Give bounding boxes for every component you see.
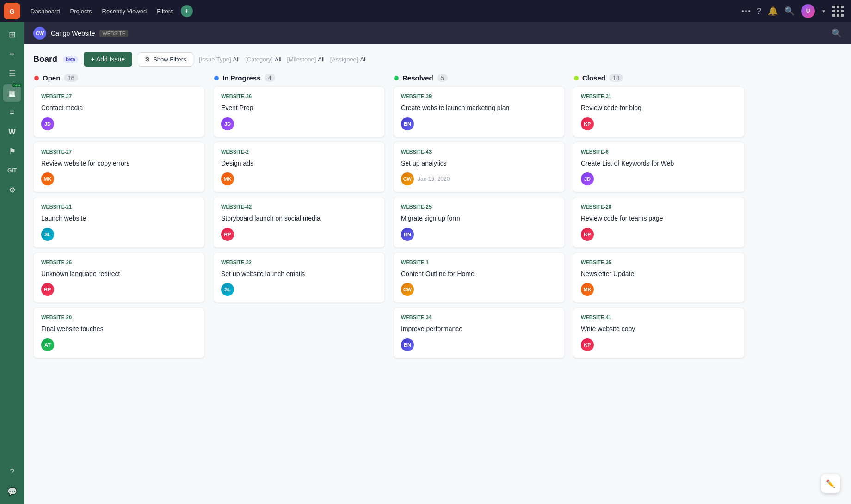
nav-recently-viewed[interactable]: Recently Viewed xyxy=(98,5,152,18)
nav-filters[interactable]: Filters xyxy=(152,5,178,18)
card-website-25[interactable]: WEBSITE-25 Migrate sign up form BN xyxy=(393,197,565,248)
project-search-icon[interactable]: 🔍 xyxy=(832,28,842,38)
card-title: Event Prep xyxy=(221,104,377,113)
card-website-43[interactable]: WEBSITE-43 Set up analytics CW Jan 16, 2… xyxy=(393,142,565,193)
card-id: WEBSITE-31 xyxy=(581,93,737,99)
resolved-column-dot xyxy=(394,76,399,80)
filter-category[interactable]: [Category] All xyxy=(245,56,281,63)
sidebar-item-settings[interactable]: ⚙ xyxy=(3,181,21,199)
card-title: Design ads xyxy=(221,159,377,168)
card-website-31[interactable]: WEBSITE-31 Review code for blog KP xyxy=(573,86,745,137)
settings-icon: ⚙ xyxy=(9,185,16,195)
card-website-21[interactable]: WEBSITE-21 Launch website SL xyxy=(33,197,205,248)
card-title: Create website launch marketing plan xyxy=(401,104,557,113)
card-website-41[interactable]: WEBSITE-41 Write website copy KP xyxy=(573,307,745,358)
card-id: WEBSITE-36 xyxy=(221,93,377,99)
card-website-27[interactable]: WEBSITE-27 Review website for copy error… xyxy=(33,142,205,193)
avatar: JD xyxy=(221,117,234,130)
card-title: Contact media xyxy=(41,104,197,113)
avatar: KP xyxy=(581,117,594,130)
avatar: MK xyxy=(41,172,54,185)
avatar: BN xyxy=(401,228,414,241)
search-icon[interactable]: 🔍 xyxy=(784,6,795,16)
card-id: WEBSITE-2 xyxy=(221,149,377,154)
card-id: WEBSITE-41 xyxy=(581,314,737,320)
card-website-6[interactable]: WEBSITE-6 Create List of Keywords for We… xyxy=(573,142,745,193)
card-website-37[interactable]: WEBSITE-37 Contact media JD xyxy=(33,86,205,137)
help-icon[interactable]: ? xyxy=(757,6,761,16)
avatar: SL xyxy=(41,228,54,241)
home-icon: ⊞ xyxy=(9,30,16,40)
avatar: BN xyxy=(401,338,414,351)
sidebar-item-help[interactable]: ? xyxy=(3,463,21,481)
sidebar-item-wiki[interactable]: W xyxy=(3,123,21,141)
add-issue-button[interactable]: + Add Issue xyxy=(84,52,133,67)
avatar: JD xyxy=(41,117,54,130)
card-id: WEBSITE-20 xyxy=(41,314,197,320)
column-resolved: Resolved 5 WEBSITE-39 Create website lau… xyxy=(393,74,567,495)
filter-milestone-value: All xyxy=(318,56,324,63)
sidebar-item-dashboard[interactable]: ⊞ xyxy=(3,26,21,43)
sidebar-item-add[interactable]: + xyxy=(3,45,21,63)
card-title: Storyboard launch on social media xyxy=(221,214,377,223)
card-website-26[interactable]: WEBSITE-26 Unknown language redirect RP xyxy=(33,252,205,303)
card-website-34[interactable]: WEBSITE-34 Improve performance BN xyxy=(393,307,565,358)
nav-projects[interactable]: Projects xyxy=(66,5,97,18)
filter-icon: ⚙ xyxy=(145,56,150,63)
filter-assignee[interactable]: [Assignee] All xyxy=(330,56,367,63)
filter-milestone-label: [Milestone] xyxy=(287,56,316,63)
sidebar-item-git[interactable]: GIT xyxy=(3,162,21,179)
sidebar-item-issues[interactable]: ☰ xyxy=(3,65,21,82)
avatar: SL xyxy=(221,283,234,296)
card-website-35[interactable]: WEBSITE-35 Newsletter Update MK xyxy=(573,252,745,303)
in-progress-column-dot xyxy=(214,76,219,80)
card-id: WEBSITE-6 xyxy=(581,149,737,154)
sidebar-item-chat[interactable]: 💬 xyxy=(3,483,21,500)
nav-plus-button[interactable]: + xyxy=(181,5,193,17)
card-website-1[interactable]: WEBSITE-1 Content Outline for Home CW xyxy=(393,252,565,303)
sidebar-item-board[interactable]: ▦ beta xyxy=(3,84,21,102)
list2-icon: ≡ xyxy=(10,108,14,117)
nav-dashboard[interactable]: Dashboard xyxy=(26,5,65,18)
open-column-count: 16 xyxy=(64,74,78,82)
card-website-28[interactable]: WEBSITE-28 Review code for teams page KP xyxy=(573,197,745,248)
sidebar-item-list[interactable]: ≡ xyxy=(3,104,21,121)
card-website-42[interactable]: WEBSITE-42 Storyboard launch on social m… xyxy=(213,197,385,248)
list-icon: ☰ xyxy=(9,69,16,79)
card-id: WEBSITE-21 xyxy=(41,204,197,209)
filter-category-value: All xyxy=(275,56,281,63)
app-logo[interactable]: G xyxy=(4,3,20,19)
grid-icon[interactable] xyxy=(832,6,844,17)
avatar: KP xyxy=(581,228,594,241)
card-title: Final website touches xyxy=(41,325,197,334)
floating-edit-button[interactable]: ✏️ xyxy=(821,474,840,493)
filter-milestone[interactable]: [Milestone] All xyxy=(287,56,324,63)
card-website-32[interactable]: WEBSITE-32 Set up website launch emails … xyxy=(213,252,385,303)
card-website-20[interactable]: WEBSITE-20 Final website touches AT xyxy=(33,307,205,358)
avatar: MK xyxy=(221,172,234,185)
card-website-36[interactable]: WEBSITE-36 Event Prep JD xyxy=(213,86,385,137)
board-title: Board xyxy=(33,55,57,64)
show-filters-button[interactable]: ⚙ Show Filters xyxy=(138,52,193,67)
sidebar-item-flags[interactable]: ⚑ xyxy=(3,142,21,160)
in-progress-column-title: In Progress xyxy=(222,74,261,82)
card-website-2[interactable]: WEBSITE-2 Design ads MK xyxy=(213,142,385,193)
card-id: WEBSITE-32 xyxy=(221,259,377,265)
resolved-column-title: Resolved xyxy=(402,74,433,82)
notifications-icon[interactable]: 🔔 xyxy=(768,6,778,16)
card-website-39[interactable]: WEBSITE-39 Create website launch marketi… xyxy=(393,86,565,137)
more-options-icon[interactable] xyxy=(742,10,750,12)
column-in-progress: In Progress 4 WEBSITE-36 Event Prep JD W… xyxy=(213,74,387,495)
avatar: MK xyxy=(581,283,594,296)
filter-issue-type-value: All xyxy=(233,56,240,63)
wiki-icon: W xyxy=(8,127,16,136)
user-avatar[interactable]: U xyxy=(801,4,815,18)
resolved-column-count: 5 xyxy=(437,74,448,82)
git-icon: GIT xyxy=(7,167,17,174)
card-title: Review code for teams page xyxy=(581,214,737,223)
card-id: WEBSITE-43 xyxy=(401,149,557,154)
card-id: WEBSITE-42 xyxy=(221,204,377,209)
column-open: Open 16 WEBSITE-37 Contact media JD WEBS… xyxy=(33,74,207,495)
board-icon: ▦ xyxy=(8,88,16,98)
filter-issue-type[interactable]: [Issue Type] All xyxy=(199,56,240,63)
